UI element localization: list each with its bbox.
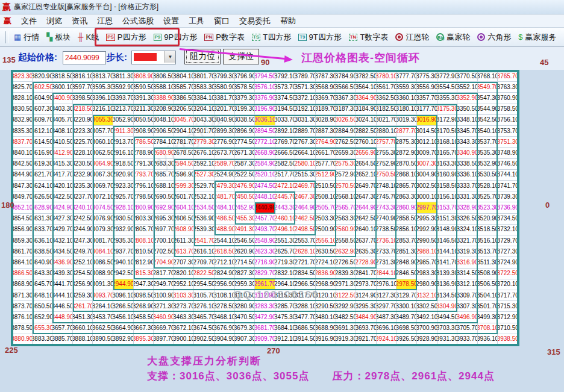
toolbar-item-t-number-table[interactable]: TNT数字表	[345, 30, 392, 45]
chevron-down-icon[interactable]: ▼	[164, 51, 175, 63]
grid-cell: 3136.90	[437, 279, 458, 290]
menu-item-帮助[interactable]: 帮助	[275, 14, 301, 28]
grid-cell: 3571.30	[295, 82, 316, 93]
grid-cell: 3396.10	[93, 93, 113, 104]
grid-cell: 3280.90	[235, 301, 255, 312]
grid-cell: 3098.50	[134, 290, 154, 301]
grid-cell: 3513.70	[478, 246, 498, 257]
toolbar-item-kline[interactable]: ╫K线	[74, 30, 102, 45]
grid-cell: 2956.90	[215, 279, 235, 290]
grid-cell: 3268.90	[134, 301, 154, 312]
grid-cell: 3489.70	[396, 312, 417, 323]
menu-item-窗口[interactable]: 窗口	[209, 14, 234, 28]
grid-cell: 3756.10	[498, 115, 518, 126]
grid-cell: 3624.10	[33, 181, 53, 191]
grid-cell: 3165.70	[437, 148, 458, 158]
grid-cell: 3050.50	[134, 115, 154, 126]
grid-cell: 3782.50	[356, 71, 377, 82]
grid-cell: 3163.30	[437, 159, 458, 170]
grid-cell: 3408.10	[52, 126, 73, 137]
grid-cell: 3345.70	[457, 126, 478, 137]
grid-cell: 2635.30	[356, 246, 377, 257]
qq-watermark: QQ:100800360	[234, 289, 319, 301]
grid-cell: 3482.50	[336, 312, 357, 323]
grid-cell: 3547.30	[478, 93, 498, 104]
grid-cell: 3568.90	[316, 82, 336, 93]
grid-cell: 2606.50	[174, 214, 195, 225]
grid-cell: 3225.70	[73, 137, 93, 148]
toolbar-item-quotes[interactable]: ▦行情	[10, 30, 43, 45]
grid-cell: 2467.30	[295, 191, 316, 202]
toolbar-item-hexagon[interactable]: 六角形	[474, 30, 515, 45]
grid-cell: 3698.50	[396, 323, 417, 334]
grid-cell: 2448.10	[255, 191, 275, 202]
grid-cell: 2736.10	[377, 235, 397, 246]
grid-cell: 3664.90	[113, 323, 134, 334]
toolbar-item-label: 江恩轮	[406, 32, 429, 43]
grid-cell: 2637.70	[356, 235, 377, 246]
grid-cell: 2949.70	[154, 279, 174, 290]
grid-cell: 3453.70	[93, 312, 113, 323]
toolbar-item-p-square[interactable]: PSP四方形	[102, 30, 149, 45]
grid-cell: 3717.70	[498, 290, 518, 301]
grid-cell: 3259.30	[73, 290, 93, 301]
toolbar-item-gann-wheel[interactable]: 江恩轮	[392, 30, 433, 45]
grid-cell: 3273.70	[174, 301, 195, 312]
toolbar-item-sectors[interactable]: ▚板块	[43, 30, 74, 45]
grid-cell: 2906.50	[154, 126, 174, 137]
start-price-input[interactable]	[63, 51, 106, 64]
grid-cell: 2496.10	[275, 225, 296, 235]
grid-cell: 3912.10	[275, 334, 296, 345]
grid-cell: 3398.50	[73, 93, 93, 104]
grid-cell: 3333.70	[457, 181, 478, 191]
toolbar-item-winner-service[interactable]: $赢家服务	[515, 30, 560, 45]
grid-cell: 2908.90	[134, 126, 154, 137]
grid-cell: 3170.50	[437, 126, 458, 137]
grid-cell: 3427.30	[52, 214, 73, 225]
menu-item-文件[interactable]: 文件	[16, 14, 42, 28]
grid-cell: 3854.50	[12, 214, 33, 225]
menu-item-江恩[interactable]: 江恩	[92, 14, 118, 28]
menu-item-工具[interactable]: 工具	[184, 14, 209, 28]
menu-logo-icon: 赢	[4, 16, 11, 26]
menu-item-交易委托[interactable]: 交易委托	[234, 14, 275, 28]
toolbar-item-winner-wheel[interactable]: Big赢家轮	[433, 30, 474, 45]
menu-item-浏览[interactable]: 浏览	[42, 14, 67, 28]
grid-cell: 3494.50	[437, 312, 458, 323]
toolbar-item-9t-square[interactable]: T99T四方形	[295, 30, 345, 45]
menu-item-设置[interactable]: 设置	[158, 14, 184, 28]
grid-cell: 3448.90	[52, 312, 73, 323]
grid-cell: 2769.70	[275, 137, 296, 148]
grid-cell: 3355.30	[437, 93, 458, 104]
grid-cell: 2954.50	[194, 279, 215, 290]
toolbar-item-t-square[interactable]: TST四方形	[248, 30, 295, 45]
angle-label-45: 45	[540, 58, 548, 67]
grid-cell: 3016.90	[417, 115, 437, 126]
grid-cell: 3938.50	[498, 334, 518, 345]
grid-cell: 2548.90	[255, 235, 275, 246]
grid-cell: 2560.90	[336, 225, 357, 235]
grid-cell: 3890.50	[93, 334, 113, 345]
grid-cell: 3777.70	[396, 71, 417, 82]
menu-item-资讯[interactable]: 资讯	[67, 14, 92, 28]
grid-cell: 2940.10	[113, 257, 134, 268]
grid-cell: 3184.90	[356, 104, 377, 115]
angle-label-135: 135	[2, 55, 16, 64]
toolbar-item-9p-square[interactable]: P99P四方形	[150, 30, 201, 45]
grid-cell: 3460.90	[154, 312, 174, 323]
grid-cell: 2944.90	[113, 279, 134, 290]
grid-cell: 3470.50	[235, 312, 255, 323]
grid-cell: 3501.70	[478, 301, 498, 312]
grid-cell: 3765.70	[498, 71, 518, 82]
menu-item-公式选股[interactable]: 公式选股	[118, 14, 158, 28]
grid-cell: 3602.50	[33, 82, 53, 93]
grid-cell: 3072.10	[93, 191, 113, 202]
grid-cell: 2748.10	[377, 181, 397, 191]
grid-cell: 3933.70	[457, 334, 478, 345]
grid-cell: 2983.30	[417, 269, 437, 279]
step-dropdown[interactable]: ▼	[131, 51, 176, 64]
grid-cell: 3350.50	[457, 104, 478, 115]
grid-cell: 3472.90	[255, 312, 275, 323]
toolbar-item-p-number-table[interactable]: PNP数字表	[201, 30, 248, 45]
grid-cell: 3792.10	[275, 71, 296, 82]
